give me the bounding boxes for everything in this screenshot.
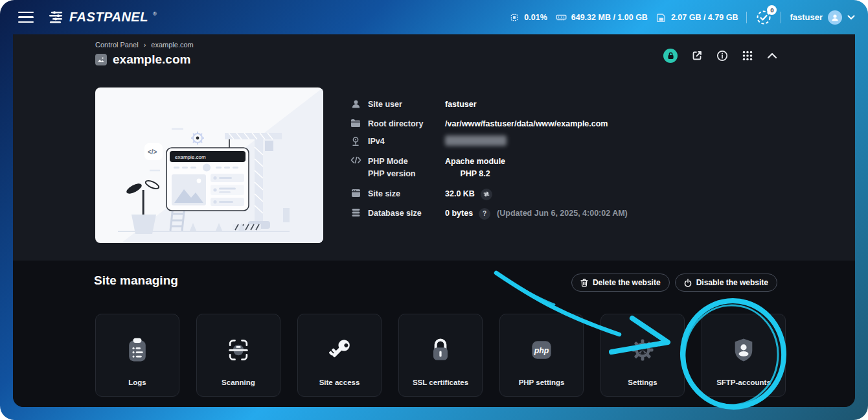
page-title: example.com [113, 52, 190, 67]
info-row-database-size: Database size 0 bytes ? (Updated Jun 6, … [350, 207, 628, 220]
username: fastuser [790, 12, 823, 22]
info-value: Apache modulePHP 8.2 [445, 156, 505, 180]
info-value: fastuser [445, 99, 477, 111]
info-row-php: PHP ModePHP version Apache modulePHP 8.2 [350, 156, 505, 180]
user-menu[interactable]: fastuser [790, 10, 855, 25]
card-label: PHP settings [519, 379, 565, 386]
site-illustration: </> example.com [95, 88, 323, 243]
fastpanel-logo-icon [49, 10, 65, 24]
tasks-badge: 0 [767, 5, 777, 15]
info-label: PHP ModePHP version [368, 156, 436, 180]
ram-icon [556, 12, 567, 23]
info-value: 0 bytes ? (Updated Jun 6, 2025, 4:00:02 … [445, 207, 628, 220]
brand-name: FASTPANEL [69, 10, 148, 25]
fastpanel-window: FASTPANEL ® 0.01% 649.32 MB / 1.00 GB [0, 0, 868, 420]
info-value: /var/www/fastuser/data/www/example.com [445, 118, 608, 130]
php-icon: php [527, 314, 556, 379]
topbar: FASTPANEL ® 0.01% 649.32 MB / 1.00 GB [0, 0, 868, 34]
disk-stat: 2.07 GB / 4.79 GB [656, 12, 738, 23]
card-sftp-accounts[interactable]: SFTP-accounts [702, 314, 786, 397]
info-label: Database size [368, 207, 436, 220]
info-label: Root directory [368, 118, 436, 130]
browser-icon [350, 189, 361, 198]
code-icon [350, 156, 361, 164]
key-icon [325, 314, 354, 379]
user-icon [830, 13, 839, 22]
topbar-stats: 0.01% 649.32 MB / 1.00 GB 2.07 GB / 4.79… [509, 9, 855, 26]
apps-grid-icon[interactable] [742, 50, 753, 62]
manage-actions: Delete the website Disable the website [571, 274, 777, 292]
disk-icon [656, 12, 667, 23]
cpu-stat: 0.01% [509, 12, 547, 23]
cpu-icon [509, 12, 520, 23]
card-ssl-certificates[interactable]: SSL certificates [398, 314, 483, 397]
registered-mark: ® [153, 11, 157, 17]
info-row-root-directory: Root directory /var/www/fastuser/data/ww… [350, 118, 608, 130]
site-favicon-icon [95, 54, 107, 65]
scan-icon [224, 314, 253, 379]
delete-website-button[interactable]: Delete the website [571, 274, 670, 292]
info-row-site-size: Site size 32.0 KB [350, 188, 492, 200]
info-row-ipv4: IPv4 [350, 135, 507, 148]
clipboard-list-icon [123, 314, 152, 379]
info-value: 32.0 KB [445, 188, 492, 200]
card-scanning[interactable]: Scanning [196, 314, 280, 397]
collapse-chevron-up-icon[interactable] [767, 52, 777, 59]
gear-icon [628, 314, 657, 379]
brand-logo[interactable]: FASTPANEL ® [49, 10, 157, 25]
trash-icon [580, 279, 588, 287]
ssl-lock-icon[interactable] [663, 49, 678, 63]
breadcrumb-control-panel[interactable]: Control Panel [95, 41, 139, 49]
avatar [828, 10, 842, 25]
folder-icon [350, 119, 361, 128]
breadcrumb-current: example.com [151, 41, 193, 49]
card-settings[interactable]: Settings [600, 314, 685, 397]
power-icon [684, 279, 692, 287]
card-label: Scanning [222, 379, 255, 386]
button-label: Disable the website [696, 278, 768, 287]
info-label: Site user [368, 99, 436, 111]
shield-user-icon [729, 314, 758, 379]
svg-text:</>: </> [148, 148, 157, 156]
question-icon[interactable]: ? [479, 208, 490, 220]
divider [781, 12, 781, 23]
location-icon [350, 136, 361, 146]
card-label: SSL certificates [413, 379, 468, 386]
divider [746, 12, 747, 23]
disable-website-button[interactable]: Disable the website [675, 274, 777, 292]
card-label: Settings [628, 379, 657, 386]
card-logs[interactable]: Logs [95, 314, 179, 397]
padlock-icon [426, 314, 455, 379]
info-label: IPv4 [368, 135, 436, 148]
content-panel: Control Panel › example.com example.com [13, 34, 855, 407]
section-title: Site managing [94, 274, 178, 288]
site-header-icons [663, 49, 777, 63]
external-link-icon[interactable] [691, 50, 703, 62]
ipv4-redacted-value [445, 135, 507, 146]
disk-value: 2.07 GB / 4.79 GB [671, 13, 738, 22]
memory-value: 649.32 MB / 1.00 GB [571, 13, 648, 22]
page-title-row: example.com [95, 52, 190, 67]
breadcrumb: Control Panel › example.com [95, 41, 194, 49]
memory-stat: 649.32 MB / 1.00 GB [556, 12, 648, 23]
button-label: Delete the website [593, 278, 661, 287]
card-label: Logs [128, 379, 146, 386]
hamburger-menu-button[interactable] [18, 12, 34, 23]
card-label: Site access [319, 379, 360, 386]
manage-cards: Logs Scanning [95, 314, 786, 397]
refresh-icon[interactable] [481, 189, 492, 200]
php-icon-text: php [534, 346, 549, 355]
user-icon [350, 99, 361, 109]
info-icon[interactable] [716, 50, 728, 62]
chevron-down-icon [847, 15, 855, 20]
info-label: Site size [368, 188, 436, 200]
tasks-button[interactable]: 0 [755, 9, 772, 26]
card-site-access[interactable]: Site access [297, 314, 382, 397]
card-php-settings[interactable]: php PHP settings [499, 314, 584, 397]
database-icon [350, 208, 361, 217]
info-value [445, 135, 507, 146]
db-updated-note: (Updated Jun 6, 2025, 4:00:02 AM) [497, 207, 628, 220]
cpu-value: 0.01% [524, 13, 547, 22]
site-managing-section: Site managing Delete the website Disable… [13, 261, 855, 407]
info-row-site-user: Site user fastuser [350, 99, 477, 111]
